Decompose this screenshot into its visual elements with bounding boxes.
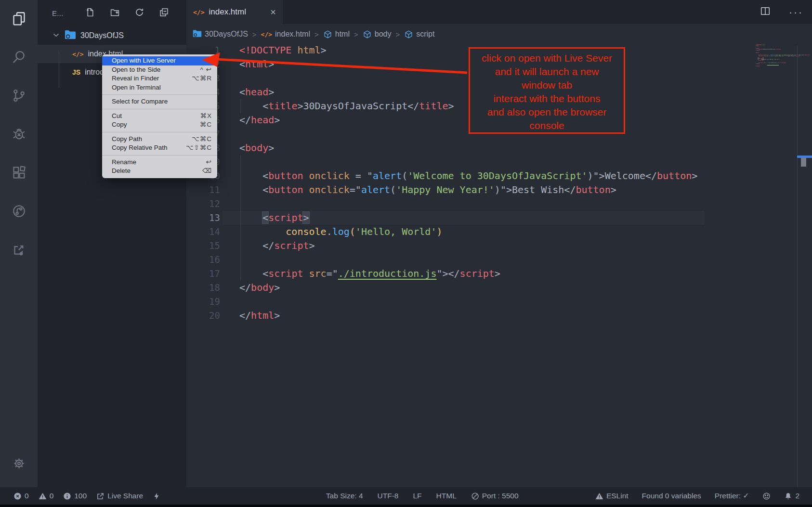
explorer-header: E... — [38, 0, 186, 26]
html-file-icon: </> — [261, 31, 272, 38]
status-tab-size-4[interactable]: Tab Size: 4 — [326, 492, 363, 500]
minimap[interactable]: <!DOCTYPE html><html> <head> <title>30Da… — [755, 45, 793, 67]
activity-bar-search[interactable] — [0, 39, 38, 77]
code-line-10[interactable]: 10 <button onclick = "alert('Welcome to … — [186, 169, 812, 183]
menu-item-open-with-live-server[interactable]: Open with Live Server — [102, 56, 217, 65]
status-utf-8[interactable]: UTF-8 — [378, 492, 399, 500]
menu-item-rename[interactable]: Rename↩ — [102, 158, 217, 167]
activity-bar-items — [0, 0, 38, 270]
menu-item-select-for-compare[interactable]: Select for Compare — [102, 97, 217, 106]
menu-separator — [102, 155, 217, 156]
status-100[interactable]: 100 — [63, 492, 87, 500]
menu-item-copy-relative-path[interactable]: Copy Relative Path⌥⇧⌘C — [102, 143, 217, 153]
activity-bar-share[interactable] — [0, 231, 38, 270]
line-number[interactable]: 14 — [186, 225, 220, 239]
activity-bar-explorer[interactable] — [0, 0, 38, 39]
status-lightning[interactable] — [153, 492, 161, 500]
status-0[interactable]: 0 — [39, 492, 54, 500]
status-port-5500[interactable]: Port : 5500 — [471, 492, 519, 500]
code-text: </body> — [239, 281, 280, 295]
warning-filled-icon — [595, 492, 603, 500]
menu-separator — [102, 109, 217, 109]
overview-ruler — [797, 46, 798, 487]
line-number[interactable]: 16 — [186, 253, 220, 267]
breadcrumb-separator: > — [395, 30, 400, 39]
tree-indent-guide — [59, 52, 59, 88]
menu-item-copy-path[interactable]: Copy Path⌥⌘C — [102, 135, 217, 144]
status-eslint[interactable]: ESLint — [595, 492, 629, 500]
symbol-cube-icon — [404, 30, 413, 39]
html-file-icon: </> — [72, 51, 83, 58]
code-line-11[interactable]: 11 <button onclick="alert('Happy New Yea… — [186, 183, 812, 197]
status-lf[interactable]: LF — [413, 492, 421, 500]
menu-item-reveal-in-finder[interactable]: Reveal in Finder⌥⌘R — [102, 74, 217, 83]
status-smiley[interactable] — [762, 492, 771, 500]
status-prettier-[interactable]: Prettier: ✓ — [715, 492, 749, 500]
more-actions-icon[interactable]: ··· — [789, 6, 803, 18]
status-live-share[interactable]: Live Share — [96, 492, 143, 500]
line-number[interactable]: 17 — [186, 267, 220, 281]
code-line-18[interactable]: 18</body> — [186, 281, 812, 295]
file-context-menu: Open with Live ServerOpen to the Side^ ↩… — [102, 54, 217, 178]
code-line-15[interactable]: 15 </script> — [186, 239, 812, 253]
breadcrumb-30DaysOfJS[interactable]: 30DaysOfJS — [193, 29, 248, 40]
search-icon — [12, 50, 26, 66]
tab-close-icon[interactable]: × — [270, 7, 276, 18]
breadcrumb-body[interactable]: body — [363, 30, 392, 39]
annotation-text: click on open with Live Sever — [470, 52, 624, 65]
activity-bar-run-debug[interactable] — [0, 116, 38, 154]
code-line-16[interactable]: 16 — [186, 253, 812, 267]
status-0[interactable]: 0 — [13, 492, 29, 500]
activity-bar — [0, 0, 38, 487]
line-number[interactable]: 13 — [186, 211, 220, 225]
code-line-14[interactable]: 14 console.log('Hello, World') — [186, 225, 812, 239]
menu-item-open-to-the-side[interactable]: Open to the Side^ ↩ — [102, 65, 217, 75]
tab-index-html[interactable]: </> index.html × — [186, 0, 283, 24]
js-file-icon: JS — [72, 68, 80, 76]
refresh-icon[interactable] — [134, 7, 144, 19]
code-text: <title>30DaysOfJavaScript</title> — [239, 99, 454, 113]
status-2[interactable]: 2 — [784, 492, 799, 500]
menu-item-delete[interactable]: Delete⌫ — [102, 167, 217, 176]
split-editor-icon[interactable] — [760, 6, 771, 18]
annotation-text: window tab — [470, 78, 624, 92]
code-line-17[interactable]: 17 <script src="./introduction.js"></scr… — [186, 267, 812, 281]
breadcrumb-separator: > — [354, 30, 358, 39]
info-circle-icon — [63, 492, 71, 500]
activity-bar-source-control[interactable] — [0, 77, 38, 116]
code-line-9[interactable]: 9 — [186, 155, 812, 169]
activity-bar-live-share[interactable] — [0, 193, 38, 231]
tree-item-30DaysOfJS[interactable]: 30DaysOfJS — [38, 26, 186, 45]
code-line-12[interactable]: 12 — [186, 197, 812, 211]
status-found-0-variables[interactable]: Found 0 variables — [642, 492, 701, 500]
activity-bar-settings[interactable] — [0, 445, 38, 483]
annotation-box: click on open with Live Severand it will… — [469, 47, 625, 134]
collapse-all-icon[interactable] — [159, 7, 169, 19]
status-html[interactable]: HTML — [436, 492, 457, 500]
editor-actions: ··· — [760, 0, 803, 24]
breadcrumb-script[interactable]: script — [404, 30, 434, 39]
breadcrumb-index.html[interactable]: </>index.html — [261, 30, 310, 39]
menu-item-cut[interactable]: Cut⌘X — [102, 112, 217, 121]
line-number[interactable]: 12 — [186, 197, 220, 211]
new-file-icon[interactable] — [85, 7, 95, 19]
code-line-8[interactable]: 8<body> — [186, 141, 812, 155]
line-number[interactable]: 15 — [186, 239, 220, 253]
menu-item-open-in-terminal[interactable]: Open in Terminal — [102, 83, 217, 92]
new-folder-icon[interactable] — [110, 7, 120, 19]
explorer-icon — [12, 11, 26, 28]
line-number[interactable]: 11 — [186, 183, 220, 197]
code-line-13[interactable]: 13 <script> — [186, 211, 812, 225]
line-number[interactable]: 18 — [186, 281, 220, 295]
code-line-19[interactable]: 19 — [186, 295, 812, 309]
tree-item-label: 30DaysOfJS — [80, 31, 124, 40]
activity-bar-extensions[interactable] — [0, 154, 38, 193]
code-text: <script> — [239, 211, 309, 225]
breadcrumb-html[interactable]: html — [323, 30, 350, 39]
line-number[interactable]: 20 — [186, 309, 220, 323]
line-number[interactable]: 19 — [186, 295, 220, 309]
menu-item-copy[interactable]: Copy⌘C — [102, 120, 217, 130]
code-text: <body> — [239, 141, 274, 155]
code-line-20[interactable]: 20</html> — [186, 309, 812, 323]
scrollbar-handle[interactable] — [801, 158, 806, 167]
